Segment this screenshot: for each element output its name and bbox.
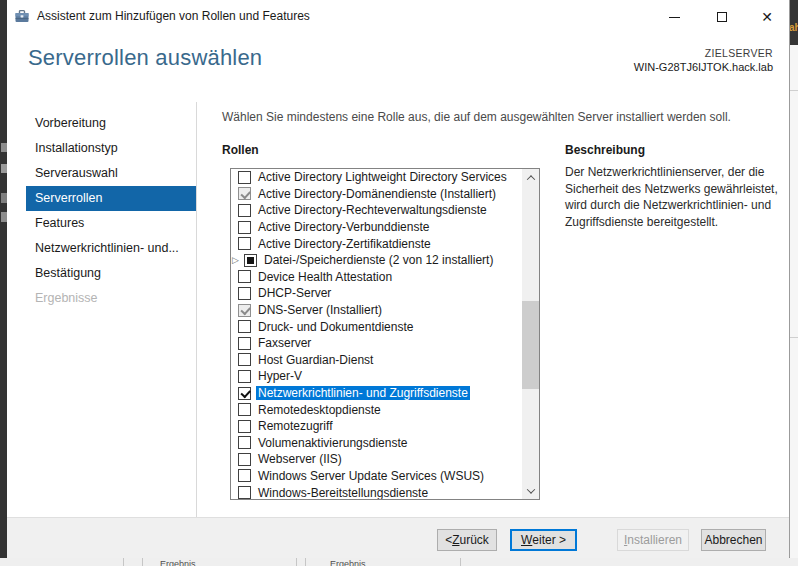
role-label[interactable]: Remotedesktopdienste	[258, 403, 381, 417]
sidebar-step-ergebnisse[interactable]: Ergebnisse	[7, 286, 196, 311]
role-checkbox[interactable]	[238, 486, 251, 499]
scroll-up-icon[interactable]	[522, 169, 539, 186]
role-checkbox[interactable]	[238, 204, 251, 217]
page-title: Serverrollen auswählen	[28, 45, 262, 71]
wizard-dialog: Assistent zum Hinzufügen von Rollen und …	[7, 0, 790, 558]
role-row[interactable]: ▷ Active Directory-Rechteverwaltungsdien…	[231, 202, 522, 219]
role-label[interactable]: Remotezugriff	[258, 419, 332, 433]
maximize-button[interactable]	[707, 5, 737, 29]
role-checkbox[interactable]	[238, 387, 251, 400]
back-button[interactable]: < Zurück	[437, 529, 497, 551]
role-label[interactable]: Druck- und Dokumentdienste	[258, 320, 413, 334]
wizard-toolbox-icon	[14, 8, 30, 24]
target-server-block: ZIELSERVER WIN-G28TJ6IJTOK.hack.lab	[634, 47, 773, 73]
sidebar-divider	[196, 102, 197, 517]
sidebar-step-best-tigung[interactable]: Bestätigung	[7, 261, 196, 286]
role-row[interactable]: ▷ Windows Server Update Services (WSUS)	[231, 468, 522, 485]
role-label[interactable]: Active Directory-Zertifikatdienste	[258, 237, 431, 251]
role-row[interactable]: ▷ Faxserver	[231, 335, 522, 352]
role-checkbox[interactable]	[238, 370, 251, 383]
role-label[interactable]: Host Guardian-Dienst	[258, 353, 373, 367]
role-label[interactable]: Netzwerkrichtlinien- und Zugriffsdienste	[256, 386, 470, 400]
role-label[interactable]: Active Directory Lightweight Directory S…	[258, 170, 507, 184]
background-text-fragment: ah	[789, 22, 798, 33]
expander-icon[interactable]: ▷	[232, 255, 239, 265]
sidebar-step-netzwerkrichtlinien-und[interactable]: Netzwerkrichtlinien- und...	[7, 236, 196, 261]
role-row[interactable]: ▷ Webserver (IIS)	[231, 451, 522, 468]
background-window-bottom-strip: Ergebnis Ergebnis	[0, 558, 798, 566]
background-window-top-right: ah	[789, 0, 798, 45]
next-button[interactable]: Weiter >	[510, 529, 577, 551]
role-row[interactable]: ▷ DHCP-Server	[231, 285, 522, 302]
role-row[interactable]: ▷ Remotezugriff	[231, 418, 522, 435]
role-label[interactable]: Active Directory-Domänendienste (Install…	[258, 187, 496, 201]
background-text-fragment: Ergebnis	[330, 559, 366, 566]
role-description: Der Netzwerkrichtlinienserver, der die S…	[565, 164, 785, 230]
sidebar-step-serverrollen[interactable]: Serverrollen	[26, 186, 196, 211]
footer-button-bar: < Zurück Weiter > Installieren Abbrechen	[7, 518, 789, 558]
role-row[interactable]: ▷ DNS-Server (Installiert)	[231, 302, 522, 319]
role-row[interactable]: ▷ Active Directory-Verbunddienste	[231, 219, 522, 236]
screen: ah Ergebnis Ergebnis Assistent zum Hinzu…	[0, 0, 798, 566]
role-checkbox[interactable]	[238, 320, 251, 333]
role-row[interactable]: ▷ Datei-/Speicherdienste (2 von 12 insta…	[231, 252, 522, 269]
role-label[interactable]: Hyper-V	[258, 369, 302, 383]
role-row[interactable]: ▷ Druck- und Dokumentdienste	[231, 318, 522, 335]
role-label[interactable]: Active Directory-Verbunddienste	[258, 220, 429, 234]
role-row[interactable]: ▷ Netzwerkrichtlinien- und Zugriffsdiens…	[231, 385, 522, 402]
role-label[interactable]: Active Directory-Rechteverwaltungsdienst…	[258, 203, 487, 217]
role-row[interactable]: ▷ Volumenaktivierungsdienste	[231, 435, 522, 452]
role-row[interactable]: ▷ Active Directory-Zertifikatdienste	[231, 235, 522, 252]
role-checkbox[interactable]	[238, 353, 251, 366]
role-label[interactable]: Windows Server Update Services (WSUS)	[258, 469, 484, 483]
role-row[interactable]: ▷ Device Health Attestation	[231, 269, 522, 286]
install-button[interactable]: Installieren	[617, 529, 689, 551]
description-column-label: Beschreibung	[565, 143, 645, 157]
role-label[interactable]: Windows-Bereitstellungsdienste	[258, 486, 428, 499]
sidebar-step-features[interactable]: Features	[7, 211, 196, 236]
role-checkbox[interactable]	[238, 337, 251, 350]
role-checkbox[interactable]	[238, 453, 251, 466]
role-row[interactable]: ▷ Windows-Bereitstellungsdienste	[231, 484, 522, 499]
role-checkbox[interactable]	[244, 254, 257, 267]
role-checkbox[interactable]	[238, 221, 251, 234]
role-row[interactable]: ▷ Host Guardian-Dienst	[231, 352, 522, 369]
role-label[interactable]: Faxserver	[258, 336, 311, 350]
role-row[interactable]: ▷ Active Directory Lightweight Directory…	[231, 169, 522, 186]
role-checkbox[interactable]	[238, 287, 251, 300]
role-label[interactable]: DNS-Server (Installiert)	[258, 303, 382, 317]
role-checkbox[interactable]	[238, 436, 251, 449]
sidebar-step-vorbereitung[interactable]: Vorbereitung	[7, 111, 196, 136]
sidebar-step-installationstyp[interactable]: Installationstyp	[7, 136, 196, 161]
scrollbar-thumb[interactable]	[522, 301, 539, 389]
role-checkbox[interactable]	[238, 304, 251, 317]
role-checkbox[interactable]	[238, 420, 251, 433]
role-checkbox[interactable]	[238, 237, 251, 250]
scroll-down-icon[interactable]	[522, 482, 539, 499]
role-checkbox[interactable]	[238, 403, 251, 416]
background-window-left-edge	[0, 0, 7, 558]
role-label[interactable]: DHCP-Server	[258, 286, 331, 300]
window-title: Assistent zum Hinzufügen von Rollen und …	[37, 9, 310, 23]
titlebar[interactable]: Assistent zum Hinzufügen von Rollen und …	[7, 0, 789, 33]
role-checkbox[interactable]	[238, 171, 251, 184]
roles-listbox[interactable]: ▷ Active Directory Lightweight Directory…	[230, 168, 540, 500]
close-button[interactable]: ✕	[752, 5, 782, 29]
sidebar-step-serverauswahl[interactable]: Serverauswahl	[7, 161, 196, 186]
role-row[interactable]: ▷ Remotedesktopdienste	[231, 401, 522, 418]
minimize-button[interactable]	[659, 5, 689, 29]
target-server-label: ZIELSERVER	[634, 47, 773, 59]
role-row[interactable]: ▷ Hyper-V	[231, 368, 522, 385]
cancel-button[interactable]: Abbrechen	[701, 529, 766, 551]
role-checkbox[interactable]	[238, 187, 251, 200]
role-label[interactable]: Datei-/Speicherdienste (2 von 12 install…	[264, 253, 493, 267]
role-label[interactable]: Device Health Attestation	[258, 270, 392, 284]
role-checkbox[interactable]	[238, 270, 251, 283]
roles-scrollbar[interactable]	[522, 169, 539, 499]
role-row[interactable]: ▷ Active Directory-Domänendienste (Insta…	[231, 186, 522, 203]
roles-rows: ▷ Active Directory Lightweight Directory…	[231, 169, 522, 499]
role-label[interactable]: Webserver (IIS)	[258, 452, 342, 466]
role-label[interactable]: Volumenaktivierungsdienste	[258, 436, 407, 450]
role-checkbox[interactable]	[238, 469, 251, 482]
target-server-name: WIN-G28TJ6IJTOK.hack.lab	[634, 61, 773, 73]
